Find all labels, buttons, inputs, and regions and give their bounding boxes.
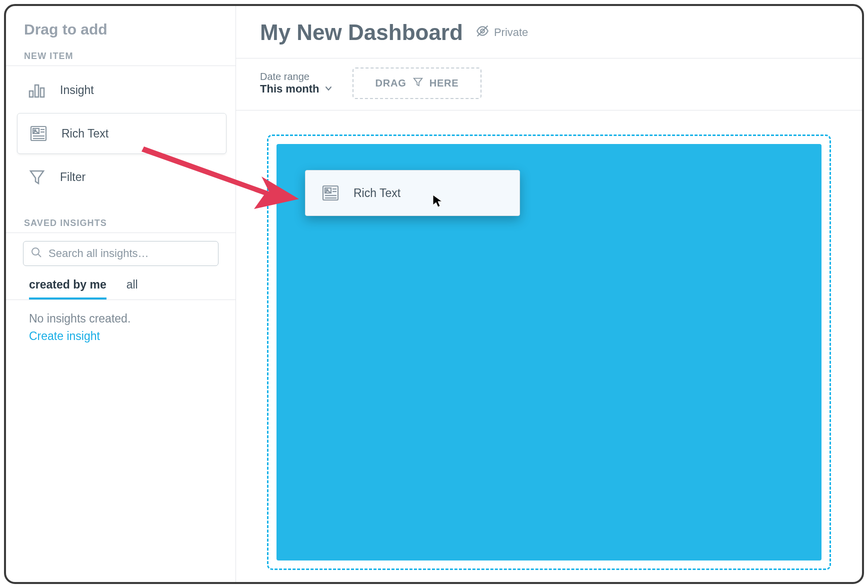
svg-rect-1 — [35, 85, 38, 97]
date-range-label: Date range — [260, 71, 332, 82]
mouse-cursor-icon — [432, 194, 444, 210]
sidebar-item-label: Insight — [60, 84, 94, 97]
svg-point-10 — [32, 248, 39, 255]
sidebar-item-insight[interactable]: Insight — [6, 69, 236, 111]
eye-off-icon — [476, 24, 489, 40]
dragging-widget-card[interactable]: Rich Text — [305, 170, 520, 216]
svg-rect-2 — [40, 88, 44, 97]
drop-here-label: HERE — [430, 78, 459, 89]
sidebar-item-label: Filter — [60, 170, 86, 184]
dragging-widget-label: Rich Text — [354, 186, 400, 200]
funnel-icon — [27, 167, 47, 187]
svg-line-11 — [38, 254, 41, 257]
section-label-saved: SAVED INSIGHTS — [6, 214, 236, 233]
date-range-picker[interactable]: Date range This month — [260, 71, 332, 96]
rich-text-icon — [28, 124, 48, 144]
tab-all[interactable]: all — [126, 278, 138, 300]
search-icon — [30, 246, 42, 260]
create-insight-link[interactable]: Create insight — [29, 330, 212, 343]
empty-state-text: No insights created. — [29, 312, 212, 326]
section-label-new-item: NEW ITEM — [6, 47, 236, 66]
funnel-icon — [412, 76, 424, 90]
tab-created-by-me[interactable]: created by me — [29, 278, 106, 300]
drop-drag-label: DRAG — [376, 78, 406, 89]
toolbar: Date range This month DRAG HERE — [236, 58, 862, 110]
sidebar: Drag to add NEW ITEM Insight Rich Text F… — [6, 6, 236, 582]
sidebar-item-filter[interactable]: Filter — [6, 156, 236, 198]
bar-chart-icon — [27, 80, 47, 100]
rich-text-icon — [320, 183, 340, 203]
date-range-value: This month — [260, 82, 320, 96]
search-input[interactable] — [48, 247, 211, 260]
search-input-wrap[interactable] — [23, 241, 218, 266]
dashboard-header: My New Dashboard Private — [236, 6, 862, 58]
filter-drop-target[interactable]: DRAG HERE — [352, 68, 482, 99]
sidebar-title: Drag to add — [6, 18, 236, 47]
insights-tabs: created by me all — [6, 266, 236, 300]
chevron-down-icon — [324, 82, 332, 96]
main-area: My New Dashboard Private Date range This… — [236, 6, 862, 582]
sidebar-item-label: Rich Text — [62, 127, 108, 140]
privacy-indicator[interactable]: Private — [476, 24, 528, 40]
dashboard-title[interactable]: My New Dashboard — [260, 20, 463, 45]
sidebar-item-rich-text[interactable]: Rich Text — [17, 113, 226, 154]
svg-rect-0 — [30, 91, 33, 97]
privacy-label: Private — [494, 26, 528, 39]
